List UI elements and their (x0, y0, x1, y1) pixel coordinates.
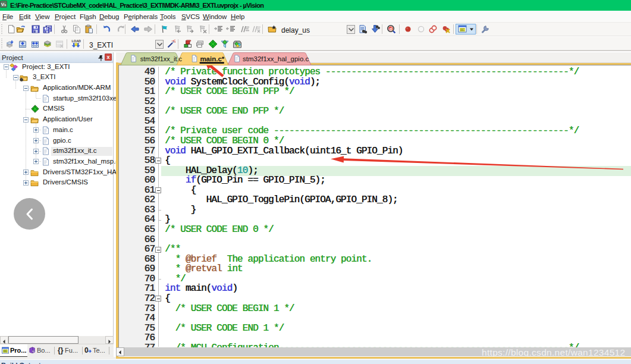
svg-text:d: d (390, 26, 393, 32)
svg-text:stm32f1xx_hal_gpio.c: stm32f1xx_hal_gpio.c (243, 55, 309, 62)
svg-text:LOAD: LOAD (72, 39, 81, 43)
svg-text:0101: 0101 (20, 40, 26, 42)
svg-text:stm32f1xx_it.c: stm32f1xx_it.c (140, 55, 183, 62)
svg-text:main.c*: main.c* (200, 55, 224, 62)
